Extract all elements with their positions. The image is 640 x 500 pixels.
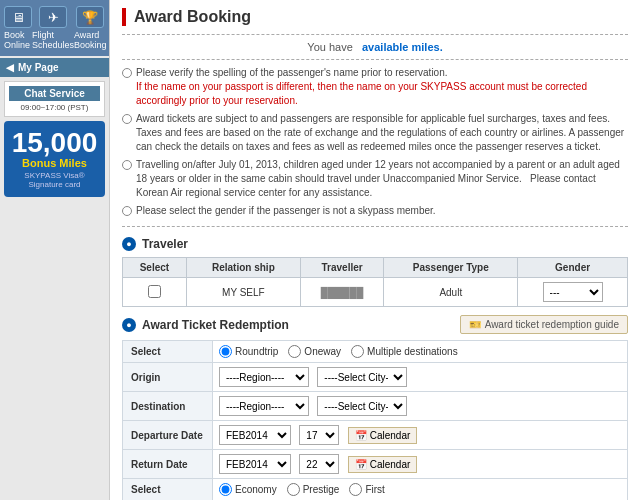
departure-year-select[interactable]: FEB2014: [219, 425, 291, 445]
trip-type-label: Select: [123, 341, 213, 363]
notice-bullet-4: [122, 206, 132, 216]
dest-city-select[interactable]: ----Select City----: [317, 396, 407, 416]
class-radio-group: Economy Prestige First: [219, 483, 621, 496]
bonus-miles-box[interactable]: 15,000 Bonus Miles SKYPASS Visa® Signatu…: [4, 121, 105, 197]
miles-prefix: You have: [307, 41, 352, 53]
first-option[interactable]: First: [349, 483, 384, 496]
notice-bullet-2: [122, 114, 132, 124]
sidebar-item-book-online[interactable]: 🖥 Book Online: [4, 6, 32, 50]
col-select: Select: [123, 258, 187, 278]
mid-divider: [122, 59, 628, 60]
return-value: FEB2014 22 📅 Calendar: [213, 450, 628, 479]
roundtrip-radio[interactable]: [219, 345, 232, 358]
first-label: First: [365, 484, 384, 495]
origin-region-select[interactable]: ----Region----: [219, 367, 309, 387]
notice-bullet-3: [122, 160, 132, 170]
oneway-option[interactable]: Oneway: [288, 345, 341, 358]
origin-value: ----Region---- ----Select City----: [213, 363, 628, 392]
multidest-option[interactable]: Multiple destinations: [351, 345, 458, 358]
departure-day-select[interactable]: 17: [299, 425, 339, 445]
trip-type-radio-group: Roundtrip Oneway Multiple destinations: [219, 345, 621, 358]
sidebar-item-flight-schedules[interactable]: ✈ Flight Schedules: [32, 6, 74, 50]
class-row: Select Economy Prestige Firs: [123, 479, 628, 501]
notice-item-3: Travelling on/after July 01, 2013, child…: [122, 158, 628, 200]
top-divider: [122, 34, 628, 35]
calendar-icon-dep: 📅: [355, 430, 367, 441]
my-page-bar: ◀ My Page: [0, 58, 109, 77]
destination-row: Destination ----Region---- ----Select Ci…: [123, 392, 628, 421]
trip-type-value: Roundtrip Oneway Multiple destinations: [213, 341, 628, 363]
roundtrip-option[interactable]: Roundtrip: [219, 345, 278, 358]
origin-row: Origin ----Region---- ----Select City---…: [123, 363, 628, 392]
guide-btn-label: Award ticket redemption guide: [485, 319, 619, 330]
return-row: Return Date FEB2014 22 📅 Calendar: [123, 450, 628, 479]
destination-value: ----Region---- ----Select City----: [213, 392, 628, 421]
return-label: Return Date: [123, 450, 213, 479]
miles-notice: You have available miles.: [122, 41, 628, 53]
col-passenger-type: Passenger Type: [384, 258, 518, 278]
form-table-body: Select Roundtrip Oneway Mult: [123, 341, 628, 501]
section-divider-1: [122, 226, 628, 227]
redemption-label: Award Ticket Redemption: [142, 318, 289, 332]
departure-value: FEB2014 17 📅 Calendar: [213, 421, 628, 450]
table-row: MY SELF ██████ Adult --- Male Female: [123, 278, 628, 307]
chat-service-hours: 09:00~17:00 (PST): [9, 103, 100, 112]
redemption-section-header: ● Award Ticket Redemption 🎫 Award ticket…: [122, 315, 628, 334]
redemption-form-table: Select Roundtrip Oneway Mult: [122, 340, 628, 500]
departure-calendar-button[interactable]: 📅 Calendar: [348, 427, 418, 444]
oneway-label: Oneway: [304, 346, 341, 357]
return-calendar-button[interactable]: 📅 Calendar: [348, 456, 418, 473]
notice-item-2: Award tickets are subject to and passeng…: [122, 112, 628, 154]
bonus-miles-number: 15,000: [8, 129, 101, 157]
notice-bullet-1: [122, 68, 132, 78]
traveler-circle-icon: ●: [122, 237, 136, 251]
col-traveller: Traveller: [300, 258, 384, 278]
bonus-miles-sub: SKYPASS Visa® Signature card: [8, 171, 101, 189]
chat-service-title: Chat Service: [9, 86, 100, 101]
bonus-miles-label: Bonus Miles: [8, 157, 101, 169]
roundtrip-label: Roundtrip: [235, 346, 278, 357]
first-radio[interactable]: [349, 483, 362, 496]
traveler-checkbox[interactable]: [148, 285, 161, 298]
return-year-select[interactable]: FEB2014: [219, 454, 291, 474]
sidebar-nav: 🖥 Book Online ✈ Flight Schedules 🏆 Award…: [0, 0, 109, 56]
return-day-select[interactable]: 22: [299, 454, 339, 474]
sidebar: 🖥 Book Online ✈ Flight Schedules 🏆 Award…: [0, 0, 110, 500]
traveler-table: Select Relation ship Traveller Passenger…: [122, 257, 628, 307]
prestige-radio[interactable]: [287, 483, 300, 496]
col-relation: Relation ship: [186, 258, 300, 278]
oneway-radio[interactable]: [288, 345, 301, 358]
multidest-radio[interactable]: [351, 345, 364, 358]
destination-label: Destination: [123, 392, 213, 421]
col-gender: Gender: [518, 258, 628, 278]
redemption-guide-button[interactable]: 🎫 Award ticket redemption guide: [460, 315, 628, 334]
traveler-relation: MY SELF: [186, 278, 300, 307]
class-label: Select: [123, 479, 213, 501]
economy-option[interactable]: Economy: [219, 483, 277, 496]
origin-city-select[interactable]: ----Select City----: [317, 367, 407, 387]
dest-region-select[interactable]: ----Region----: [219, 396, 309, 416]
calendar-icon-ret: 📅: [355, 459, 367, 470]
departure-calendar-label: Calendar: [370, 430, 411, 441]
traveler-gender[interactable]: --- Male Female: [518, 278, 628, 307]
chat-service-box: Chat Service 09:00~17:00 (PST): [4, 81, 105, 117]
prestige-option[interactable]: Prestige: [287, 483, 340, 496]
main-content: Award Booking You have available miles. …: [110, 0, 640, 500]
gender-select[interactable]: --- Male Female: [543, 282, 603, 302]
notice-item-1: Please verify the spelling of the passen…: [122, 66, 628, 108]
page-title: Award Booking: [122, 8, 628, 26]
departure-label: Departure Date: [123, 421, 213, 450]
available-miles: available miles.: [362, 41, 443, 53]
prestige-label: Prestige: [303, 484, 340, 495]
traveler-checkbox-cell[interactable]: [123, 278, 187, 307]
traveler-table-body: MY SELF ██████ Adult --- Male Female: [123, 278, 628, 307]
departure-row: Departure Date FEB2014 17 📅 Calendar: [123, 421, 628, 450]
economy-radio[interactable]: [219, 483, 232, 496]
sidebar-item-award-booking[interactable]: 🏆 Award Booking: [74, 6, 107, 50]
flight-schedules-icon: ✈: [39, 6, 67, 28]
traveler-name: ██████: [300, 278, 384, 307]
class-value: Economy Prestige First: [213, 479, 628, 501]
traveler-section-header: ● Traveler: [122, 237, 628, 251]
guide-icon: 🎫: [469, 319, 481, 330]
notice-list: Please verify the spelling of the passen…: [122, 66, 628, 218]
